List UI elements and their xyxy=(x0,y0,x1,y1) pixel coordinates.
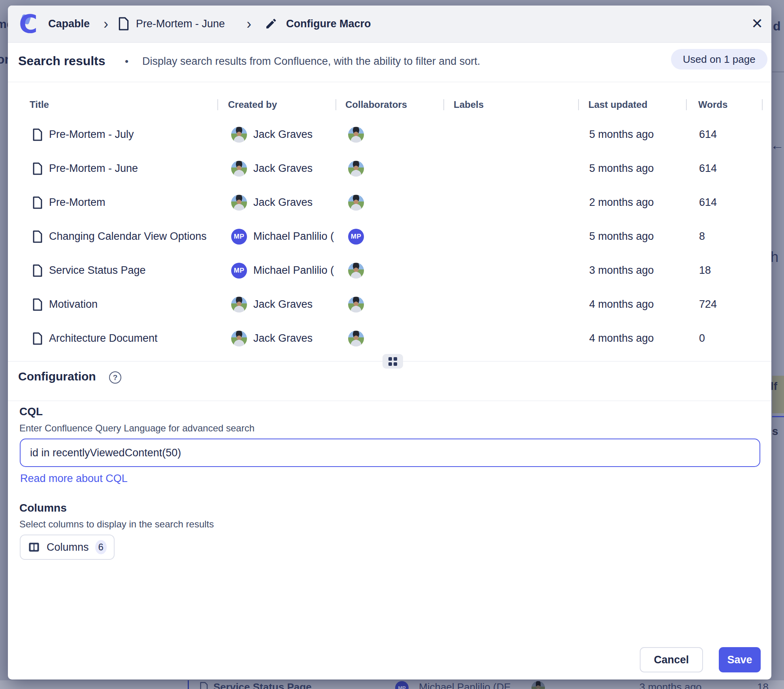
table-row[interactable]: Motivation Jack Graves 4 months ago 724 xyxy=(8,296,771,313)
document-icon xyxy=(200,682,208,689)
columns-button-label: Columns xyxy=(47,541,89,553)
creator-avatar xyxy=(231,331,247,346)
row-last-updated: 4 months ago xyxy=(589,332,654,344)
cancel-button[interactable]: Cancel xyxy=(640,647,703,672)
collaborator-avatar xyxy=(348,331,364,346)
breadcrumb-app[interactable]: Capable xyxy=(48,18,90,30)
row-title[interactable]: Pre-Mortem - July xyxy=(49,128,134,141)
column-divider xyxy=(578,99,579,110)
dialog-header-bar: C Capable › Pre-Mortem - June › Configur… xyxy=(8,6,771,43)
column-divider xyxy=(335,99,336,110)
row-words: 18 xyxy=(699,264,711,277)
column-header-created-by[interactable]: Created by xyxy=(228,99,277,110)
column-header-labels[interactable]: Labels xyxy=(454,99,484,110)
chevron-right-icon: › xyxy=(247,16,251,32)
column-header-title[interactable]: Title xyxy=(30,99,49,110)
row-title[interactable]: Service Status Page xyxy=(49,264,146,277)
cql-docs-link[interactable]: Read more about CQL xyxy=(20,473,128,485)
row-words: 8 xyxy=(699,230,705,243)
pencil-icon xyxy=(265,17,277,30)
collaborator-avatar: MP xyxy=(348,229,364,245)
row-words: 614 xyxy=(699,162,717,175)
macro-title: Search results xyxy=(18,54,106,68)
row-words: 614 xyxy=(699,196,717,209)
row-creator: Jack Graves xyxy=(253,196,313,209)
backdrop-arrow-fragment: ← xyxy=(771,137,784,153)
usage-badge: Used on 1 page xyxy=(671,49,767,70)
row-last-updated: 2 months ago xyxy=(589,196,654,209)
breadcrumb-page[interactable]: Pre-Mortem - June xyxy=(136,18,225,30)
column-header-collaborators[interactable]: Collaborators xyxy=(345,99,407,110)
document-icon xyxy=(32,264,43,277)
screen: me or d ← h lf ls Service Status Page MP… xyxy=(0,0,784,689)
backdrop-text-fragment: d xyxy=(773,19,781,34)
creator-avatar xyxy=(231,195,247,211)
section-divider xyxy=(8,401,771,401)
avatar xyxy=(531,681,545,689)
document-icon xyxy=(32,230,43,243)
drag-dots-icon xyxy=(388,357,397,366)
document-icon xyxy=(118,17,130,31)
row-words: 0 xyxy=(699,332,705,344)
macro-summary-section: Search results • Display search results … xyxy=(8,43,771,82)
configure-macro-dialog: C Capable › Pre-Mortem - June › Configur… xyxy=(8,6,771,680)
background-row-words: 18 xyxy=(757,681,769,689)
results-table-header: Title Created by Collaborators Labels La… xyxy=(8,99,771,111)
capable-logo-icon: C xyxy=(19,12,43,36)
save-button[interactable]: Save xyxy=(719,647,761,672)
macro-description: Display search results from Confluence, … xyxy=(142,55,480,68)
background-row-updated: 3 months ago xyxy=(639,681,702,689)
bullet-separator: • xyxy=(125,55,128,68)
columns-label: Columns xyxy=(19,502,67,514)
table-row[interactable]: Pre-Mortem - June Jack Graves 5 months a… xyxy=(8,160,771,177)
columns-helper-text: Select columns to display in the search … xyxy=(19,519,214,530)
table-row[interactable]: Architecture Document Jack Graves 4 mont… xyxy=(8,330,771,347)
backdrop-text-fragment: h xyxy=(771,249,778,265)
collaborator-avatar xyxy=(348,263,364,279)
document-icon xyxy=(32,128,43,141)
drag-handle[interactable] xyxy=(383,354,403,369)
creator-avatar xyxy=(231,161,247,177)
background-row-creator: Michael Panlilio (DE xyxy=(419,681,511,689)
configuration-heading: Configuration xyxy=(18,370,96,383)
column-divider xyxy=(762,99,763,110)
creator-avatar: MP xyxy=(231,263,247,279)
column-header-words[interactable]: Words xyxy=(698,99,727,110)
background-row-title: Service Status Page xyxy=(213,681,312,689)
row-last-updated: 4 months ago xyxy=(589,298,654,311)
row-title[interactable]: Changing Calendar View Options xyxy=(49,230,207,243)
table-row[interactable]: Pre-Mortem Jack Graves 2 months ago 614 xyxy=(8,194,771,211)
table-row[interactable]: Pre-Mortem - July Jack Graves 5 months a… xyxy=(8,126,771,143)
cql-helper-text: Enter Confluence Query Language for adva… xyxy=(19,423,254,434)
row-title[interactable]: Architecture Document xyxy=(49,332,158,344)
table-row[interactable]: Changing Calendar View Options MP Michae… xyxy=(8,228,771,245)
backdrop-text-fragment: lf xyxy=(771,380,777,393)
cql-label: CQL xyxy=(19,405,43,418)
chevron-right-icon: › xyxy=(104,16,108,32)
backdrop-bottom-strip: Service Status Page MP Michael Panlilio … xyxy=(0,680,784,689)
help-icon[interactable]: ? xyxy=(109,371,121,384)
close-icon[interactable]: ✕ xyxy=(748,15,766,32)
row-last-updated: 5 months ago xyxy=(589,230,654,243)
collaborator-avatar xyxy=(348,127,364,143)
columns-icon xyxy=(28,541,40,553)
creator-avatar xyxy=(231,297,247,312)
row-words: 724 xyxy=(699,298,717,311)
column-divider xyxy=(443,99,444,110)
row-title[interactable]: Pre-Mortem xyxy=(49,196,106,209)
row-title[interactable]: Motivation xyxy=(49,298,98,311)
document-icon xyxy=(32,332,43,345)
columns-select-button[interactable]: Columns 6 xyxy=(20,535,115,560)
backdrop-divider-fragment xyxy=(772,72,784,72)
collaborator-avatar xyxy=(348,297,364,312)
table-row[interactable]: Service Status Page MP Michael Panlilio … xyxy=(8,262,771,279)
row-creator: Jack Graves xyxy=(253,298,313,311)
column-header-last-updated[interactable]: Last updated xyxy=(588,99,647,110)
cql-input[interactable] xyxy=(20,439,760,467)
creator-avatar xyxy=(231,127,247,143)
row-last-updated: 5 months ago xyxy=(589,162,654,175)
breadcrumb-action: Configure Macro xyxy=(286,18,371,30)
avatar: MP xyxy=(395,681,409,689)
row-title[interactable]: Pre-Mortem - June xyxy=(49,162,138,175)
document-icon xyxy=(32,298,43,311)
